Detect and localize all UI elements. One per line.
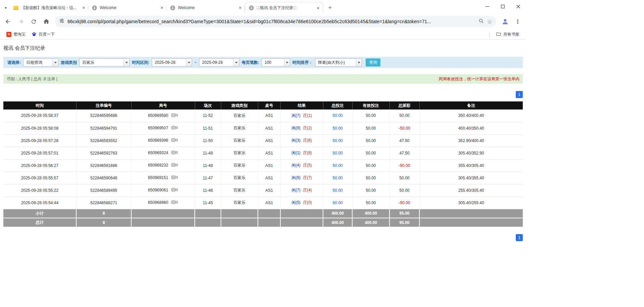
col-game-type: 游戏类别 bbox=[221, 101, 258, 109]
total-bet-link[interactable]: 50.00 bbox=[332, 138, 342, 143]
cell-total-bet: 50.00 bbox=[323, 159, 352, 172]
sort-select[interactable]: 降幂(由大到小) bbox=[315, 58, 362, 67]
video-replay-icon[interactable] bbox=[171, 113, 178, 119]
search-button[interactable]: 查询 bbox=[366, 58, 380, 67]
total-bet-link[interactable]: 50.00 bbox=[332, 188, 342, 193]
game-type: 百家乐 bbox=[233, 138, 245, 143]
tab-search-chevron-icon[interactable]: ▼ bbox=[1, 2, 10, 13]
col-remark: 备注 bbox=[419, 101, 523, 109]
tab-welcome-2[interactable]: Welcome ✕ bbox=[167, 2, 245, 13]
game-type-select[interactable]: 百家乐 bbox=[79, 58, 130, 67]
cell-payout: -50.00 bbox=[389, 122, 419, 134]
empty-cell bbox=[258, 218, 280, 227]
tab-bet-record-active[interactable]: :::视讯 会员下注纪录::: ✕ bbox=[245, 2, 323, 13]
taobao-icon: 淘 bbox=[6, 32, 11, 37]
col-result: 结果 bbox=[280, 101, 323, 109]
total-bet-link[interactable]: 50.00 bbox=[332, 113, 342, 118]
video-replay-icon[interactable] bbox=[171, 125, 178, 131]
chevron-down-icon[interactable] bbox=[186, 59, 192, 66]
cell-payout: 50.00 bbox=[389, 109, 419, 122]
close-button[interactable] bbox=[510, 0, 526, 13]
page-1-button[interactable]: 1 bbox=[516, 91, 523, 98]
minimize-button[interactable] bbox=[479, 0, 495, 13]
new-tab-button[interactable]: + bbox=[326, 3, 334, 12]
bookmark-aitaobao[interactable]: 淘 爱淘宝 bbox=[3, 31, 29, 38]
cell-session: 11-51 bbox=[195, 122, 221, 134]
total-bet-link[interactable]: 50.00 bbox=[332, 151, 342, 156]
forum-favicon-icon bbox=[13, 6, 18, 10]
col-session: 场次 bbox=[195, 101, 221, 109]
page-size-select[interactable]: 100 bbox=[262, 58, 290, 67]
game-type: 百家乐 bbox=[233, 188, 245, 192]
chevron-down-icon[interactable] bbox=[124, 59, 129, 66]
chevron-down-icon[interactable] bbox=[356, 59, 362, 66]
chevron-down-icon[interactable] bbox=[284, 59, 290, 66]
chevron-down-icon[interactable] bbox=[233, 59, 239, 66]
tab-close-icon[interactable]: ✕ bbox=[81, 5, 86, 10]
cell-game-type: 百家乐 bbox=[221, 147, 258, 159]
date-from-select[interactable]: 2025-09-28 bbox=[152, 58, 192, 67]
maximize-button[interactable] bbox=[495, 0, 510, 13]
round-id: 650969396 bbox=[148, 138, 168, 143]
profile-avatar-icon[interactable] bbox=[499, 15, 511, 28]
cell-table-no: AS1 bbox=[258, 122, 280, 134]
address-bar[interactable]: 66cxkj98.com/ipl/portal.php/game/betreco… bbox=[55, 16, 496, 27]
page-1-button[interactable]: 1 bbox=[516, 234, 523, 241]
date-to-select[interactable]: 2025-09-28 bbox=[199, 58, 239, 67]
cell-session: 11-46 bbox=[195, 184, 221, 196]
video-replay-icon[interactable] bbox=[171, 175, 178, 181]
remark: 305.40/355.40 bbox=[458, 176, 484, 180]
tab-close-icon[interactable]: ✕ bbox=[159, 5, 165, 10]
tab-close-icon[interactable]: ✕ bbox=[237, 5, 243, 10]
home-icon[interactable] bbox=[40, 15, 52, 28]
subtotal-payout: 95.00 bbox=[389, 209, 419, 218]
table-body: 2025-09-28 05:58:37 522846595686 6509695… bbox=[3, 109, 523, 209]
session-no: 11-48 bbox=[203, 163, 213, 168]
total-bet-link[interactable]: 50.00 bbox=[332, 163, 342, 168]
result-player: 闲(4) bbox=[291, 163, 301, 168]
total-count: 8 bbox=[76, 218, 131, 227]
valid-bet: 50.00 bbox=[366, 113, 376, 118]
back-icon[interactable] bbox=[2, 15, 14, 28]
empty-cell bbox=[419, 209, 523, 218]
pagination-bottom: 1 bbox=[3, 234, 523, 241]
video-replay-icon[interactable] bbox=[171, 163, 178, 168]
empty-cell bbox=[131, 218, 195, 227]
cell-table-no: AS1 bbox=[258, 184, 280, 196]
total-bet-link[interactable]: 50.00 bbox=[332, 176, 342, 180]
tab-forum[interactable]: 【新提醒】海燕策略论坛 - 综... ✕ bbox=[10, 2, 88, 13]
cell-bet-id: 522846594791 bbox=[76, 122, 131, 134]
subtotal-total-bet: 400.00 bbox=[323, 209, 352, 218]
reload-icon[interactable] bbox=[28, 15, 40, 28]
result-banker: 庄(2) bbox=[303, 126, 312, 130]
result-banker: 庄(4) bbox=[303, 188, 312, 192]
url-text[interactable]: 66cxkj98.com/ipl/portal.php/game/betreco… bbox=[67, 19, 475, 24]
total-bet-link[interactable]: 50.00 bbox=[332, 126, 342, 131]
total-bet-link[interactable]: 50.00 bbox=[332, 201, 342, 205]
cell-round-id: 650969396 bbox=[131, 134, 195, 147]
bet-time: 2025-09-28 05:55:57 bbox=[21, 176, 58, 180]
bet-id: 522846590646 bbox=[90, 176, 117, 180]
forward-icon[interactable] bbox=[15, 15, 27, 28]
zoom-icon[interactable] bbox=[478, 18, 484, 25]
chevron-down-icon[interactable] bbox=[52, 59, 58, 66]
tab-welcome-1[interactable]: Welcome ✕ bbox=[88, 2, 167, 13]
divider bbox=[489, 32, 490, 37]
table-footer: 小计 8 400.00 400.00 95.00 总计 8 bbox=[3, 209, 523, 227]
video-replay-icon[interactable] bbox=[171, 200, 178, 206]
session-no: 11-49 bbox=[203, 151, 213, 156]
video-replay-icon[interactable] bbox=[171, 187, 178, 193]
valid-bet: 50.00 bbox=[366, 188, 376, 193]
tab-close-icon[interactable]: ✕ bbox=[315, 5, 321, 11]
all-bookmarks-button[interactable]: 所有书签 bbox=[493, 30, 522, 39]
query-type-select[interactable]: 日期查询 bbox=[23, 58, 58, 67]
all-bookmarks-label: 所有书签 bbox=[503, 32, 519, 37]
tab-title: Welcome bbox=[178, 5, 235, 10]
video-replay-icon[interactable] bbox=[171, 150, 178, 156]
bookmark-baidu[interactable]: 百度一下 bbox=[29, 31, 58, 39]
video-replay-icon[interactable] bbox=[171, 138, 178, 143]
menu-dots-icon[interactable]: ⋮ bbox=[512, 15, 524, 28]
bookmark-star-icon[interactable]: ☆ bbox=[487, 19, 492, 25]
site-tune-icon[interactable] bbox=[59, 18, 64, 25]
round-id: 650969151 bbox=[148, 175, 168, 180]
